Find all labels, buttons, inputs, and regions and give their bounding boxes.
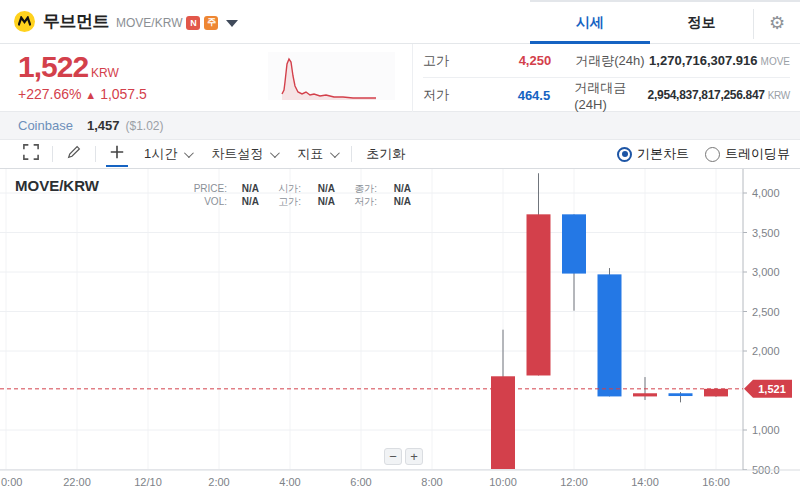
reference-usd: ($1.02) [125,119,163,133]
ohlc-row: PRICE: N/A 시가: N/A 종가: N/A [183,182,411,195]
currency-label: KRW [91,66,119,80]
badge-caution: 주 [204,16,218,30]
radio-tradingview[interactable]: 트레이딩뷰 [705,145,790,163]
chart-area[interactable]: 4,0003,5003,0002,5002,0001,000500.00:002… [0,169,800,501]
reference-price-bar: Coinbase 1,457 ($1.02) [0,112,800,140]
basic-chart-label: 기본차트 [637,145,689,163]
chevron-down-icon [270,148,280,158]
radio-unselected-icon [705,147,720,162]
divider [351,146,352,162]
coin-logo-icon [14,11,35,32]
chart-settings-label: 차트설정 [211,145,263,163]
svg-text:2,500: 2,500 [752,306,780,318]
chart-type-switch: 기본차트 트레이딩뷰 [601,145,790,163]
divider [52,146,53,162]
svg-text:2,000: 2,000 [752,345,780,357]
open-value: N/A [301,182,335,195]
header-tabs: 시세 정보 ⚙ [530,0,800,43]
indicators-label: 지표 [297,145,323,163]
fullscreen-icon [23,144,39,164]
indicators-dropdown[interactable]: 지표 [297,145,337,163]
reset-button[interactable]: 초기화 [366,145,405,163]
zoom-in-button[interactable]: + [405,448,423,465]
open-label: 시가: [259,182,301,195]
header: 무브먼트 MOVE/KRW N 주 시세 정보 ⚙ [0,0,800,44]
high-value: 4,250 [469,53,551,68]
high-label: 고가 [423,52,469,70]
svg-text:4:00: 4:00 [279,476,300,488]
gear-icon[interactable]: ⚙ [754,2,800,43]
vol-value: N/A [227,195,259,208]
chevron-down-icon[interactable] [226,20,238,27]
reference-price: 1,457 [87,118,120,133]
svg-text:0:00: 0:00 [1,476,22,488]
chart-toolbar: 1시간 차트설정 지표 초기화 기본차트 트레이딩뷰 [0,140,800,169]
low-label: 저가: [335,195,377,208]
low-label: 저가 [423,86,469,104]
svg-text:1,521: 1,521 [758,383,786,395]
change-percent: +227.66% [18,86,81,102]
coin-name: 무브먼트 [43,10,109,33]
svg-text:12/10: 12/10 [134,476,162,488]
add-chart-button[interactable] [100,140,134,169]
price-change: +227.66% ▲ 1,057.5 [18,86,147,102]
price-value: N/A [227,182,259,195]
change-amount: 1,057.5 [100,86,147,102]
close-label: 종가: [335,182,377,195]
pencil-icon [66,144,82,164]
svg-text:3,000: 3,000 [752,266,780,278]
svg-text:14:00: 14:00 [631,476,659,488]
svg-text:6:00: 6:00 [350,476,371,488]
stats-row: 저가 464.5 거래대금(24H) 2,954,837,817,256.847… [423,78,790,112]
close-value: N/A [377,182,411,195]
turnover-label: 거래대금(24H) [574,79,647,112]
current-price: 1,522 [18,50,88,83]
divider [95,146,96,162]
fullscreen-button[interactable] [14,140,48,169]
vol-label: VOL: [183,195,227,208]
high-value: N/A [301,195,335,208]
coin-pair: MOVE/KRW [116,16,182,30]
up-arrow-icon: ▲ [85,89,96,101]
svg-text:1,000: 1,000 [752,424,780,436]
low-value: N/A [377,195,411,208]
low-value: 464.5 [469,88,551,103]
zoom-out-button[interactable]: − [384,448,402,465]
price-summary: 1,522KRW +227.66% ▲ 1,057.5 고가 4,250 거래량… [0,44,800,112]
reset-label: 초기화 [366,145,405,163]
interval-dropdown[interactable]: 1시간 [144,145,191,163]
svg-text:12:00: 12:00 [560,476,588,488]
svg-text:3,500: 3,500 [752,227,780,239]
volume-value: 1,270,716,307.916MOVE [649,53,790,68]
mini-sparkline-chart [268,52,395,100]
exchange-coin-page: 무브먼트 MOVE/KRW N 주 시세 정보 ⚙ 1,522KRW +227.… [0,0,800,501]
chart-settings-dropdown[interactable]: 차트설정 [211,145,277,163]
interval-label: 1시간 [144,145,177,163]
ohlc-info-overlay: PRICE: N/A 시가: N/A 종가: N/A VOL: N/A 고가: … [183,182,411,208]
svg-text:22:00: 22:00 [63,476,91,488]
radio-basic-chart[interactable]: 기본차트 [617,145,689,163]
stats-row: 고가 4,250 거래량(24h) 1,270,716,307.916MOVE [423,44,790,78]
svg-text:8:00: 8:00 [421,476,442,488]
current-price-line: 1,522KRW [18,50,147,84]
stats-table: 고가 4,250 거래량(24h) 1,270,716,307.916MOVE … [412,44,796,112]
volume-label: 거래량(24h) [575,52,649,70]
turnover-value: 2,954,837,817,256.847KRW [648,88,790,102]
radio-selected-icon [617,147,632,162]
svg-text:10:00: 10:00 [489,476,517,488]
svg-text:16:00: 16:00 [702,476,730,488]
tab-info[interactable]: 정보 [650,2,753,43]
chevron-down-icon [184,148,194,158]
tradingview-label: 트레이딩뷰 [725,145,790,163]
zoom-controls: − + [384,448,423,465]
coin-identity: 무브먼트 MOVE/KRW N 주 [0,0,530,43]
tab-price[interactable]: 시세 [530,2,650,43]
draw-button[interactable] [57,140,91,169]
price-block: 1,522KRW +227.66% ▲ 1,057.5 [18,50,147,102]
ohlc-row: VOL: N/A 고가: N/A 저가: N/A [183,195,411,208]
reference-exchange[interactable]: Coinbase [18,118,73,133]
volume-unit: MOVE [761,56,790,67]
chevron-down-icon [330,148,340,158]
turnover-unit: KRW [768,90,790,101]
svg-text:2:00: 2:00 [208,476,229,488]
